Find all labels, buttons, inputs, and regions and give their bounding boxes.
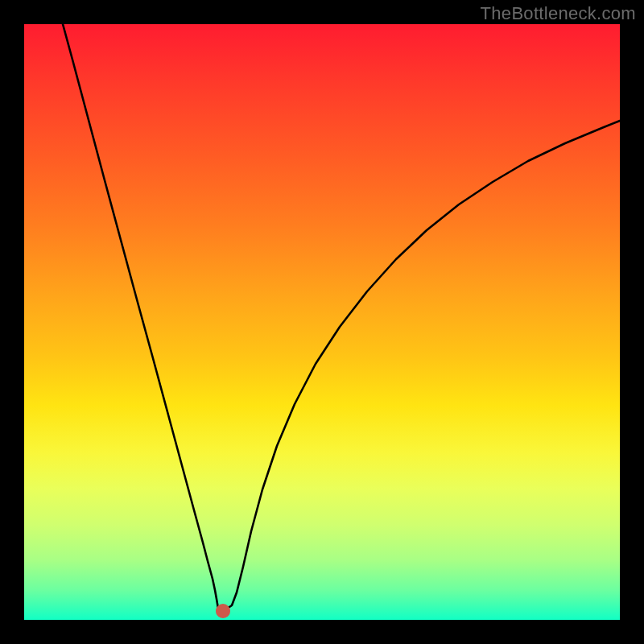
chart-frame: TheBottleneck.com [0, 0, 644, 644]
plot-area [24, 24, 620, 620]
chart-svg [24, 24, 620, 620]
bottleneck-curve [63, 24, 620, 609]
watermark-text: TheBottleneck.com [481, 3, 636, 24]
optimum-marker [216, 604, 230, 618]
